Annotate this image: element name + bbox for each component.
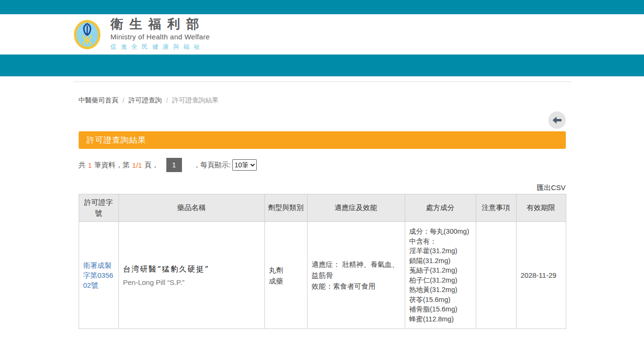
content-divider	[73, 82, 571, 82]
cell-notes	[476, 222, 516, 329]
col-header-license: 許可證字號	[79, 194, 118, 222]
back-button[interactable]	[548, 111, 566, 129]
results-table: 許可證字號 藥品名稱 劑型與類別 適應症及效能 處方成分 注意事項 有效期限 衛…	[79, 194, 566, 329]
cell-license: 衛署成製字第035602號	[79, 222, 118, 329]
pagination-page-1-button[interactable]: 1	[166, 158, 182, 172]
pagination-text: 頁，	[145, 161, 159, 170]
per-page-label: ，每頁顯示:	[193, 161, 231, 170]
export-csv-link[interactable]: 匯出CSV	[537, 183, 566, 192]
breadcrumb-current: 許可證查詢結果	[172, 96, 218, 105]
cell-expiry-date: 2028-11-29	[516, 222, 566, 329]
mohw-logo-icon	[73, 19, 101, 50]
top-accent-strip	[0, 0, 644, 14]
breadcrumb-link-home[interactable]: 中醫藥司首頁	[79, 96, 118, 105]
site-title-en: Ministry of Health and Welfare	[110, 33, 210, 41]
col-header-expiry: 有效期限	[516, 194, 566, 222]
pagination-page-ratio: 1/1	[132, 161, 142, 169]
pagination-text: 共	[79, 161, 86, 170]
drug-name-en: Pen-Long Pill “S.P.”	[123, 278, 260, 286]
site-title-zh: 衛生福利部	[110, 18, 210, 32]
page-title: 許可證查詢結果	[79, 131, 566, 149]
table-header-row: 許可證字號 藥品名稱 劑型與類別 適應症及效能 處方成分 注意事項 有效期限	[79, 194, 566, 222]
breadcrumb-separator: /	[123, 97, 125, 104]
cell-ingredients: 成分：每丸(300mg) 中含有： 淫羊藿(31.2mg) 鎖陽(31.2mg)…	[405, 222, 476, 329]
col-header-indications: 適應症及效能	[307, 194, 405, 222]
breadcrumb: 中醫藥司首頁 / 許可證查詢 / 許可證查詢結果	[79, 96, 566, 105]
csv-export-row: 匯出CSV	[79, 183, 566, 192]
main-content: 中醫藥司首頁 / 許可證查詢 / 許可證查詢結果 許可證查詢結果 共 1 筆資料…	[79, 82, 566, 329]
cell-drug-name: 台湾研醫“猛豹久硬挺” Pen-Long Pill “S.P.”	[118, 222, 264, 329]
pagination-text: 筆資料，第	[94, 161, 130, 170]
table-row: 衛署成製字第035602號 台湾研醫“猛豹久硬挺” Pen-Long Pill …	[79, 222, 566, 329]
breadcrumb-link-license-query[interactable]: 許可證查詢	[128, 96, 162, 105]
drug-name-zh: 台湾研醫“猛豹久硬挺”	[123, 265, 260, 274]
col-header-ingredients: 處方成分	[405, 194, 476, 222]
back-arrow-icon	[553, 117, 562, 124]
col-header-notes: 注意事項	[476, 194, 516, 222]
primary-nav-bar	[0, 55, 644, 76]
pagination-total-count: 1	[88, 161, 92, 169]
cell-dosage-type: 丸劑 成藥	[264, 222, 307, 329]
site-tagline: 促進全民健康與福祉	[110, 43, 210, 51]
cell-indications: 適應症： 壯精神、養氣血、益筋骨 效能：素食者可食用	[307, 222, 405, 329]
pagination-bar: 共 1 筆資料，第 1/1 頁， 1 ，每頁顯示: 10筆	[79, 158, 566, 172]
per-page-select[interactable]: 10筆	[232, 159, 257, 171]
col-header-drug-name: 藥品名稱	[118, 194, 264, 222]
breadcrumb-separator: /	[166, 97, 168, 104]
license-number-link[interactable]: 衛署成製字第035602號	[83, 260, 114, 290]
site-header: 衛生福利部 Ministry of Health and Welfare 促進全…	[0, 14, 644, 55]
col-header-dosage-type: 劑型與類別	[264, 194, 307, 222]
